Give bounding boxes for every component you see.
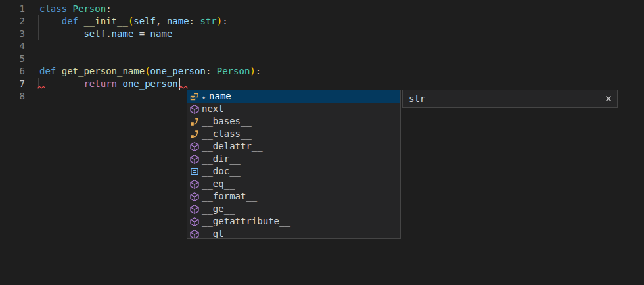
symbol-field-icon [189,91,200,102]
suggestion-item-selected[interactable]: ★name [187,90,400,103]
symbol-method-icon [189,192,200,202]
error-squiggle [37,86,45,89]
line-code: return one_person. [39,78,183,90]
autocomplete-suggest-widget: ★name next __bases__ __class__ __delattr… [187,90,401,239]
line-number: 1 [0,3,25,15]
suggestion-item[interactable]: __bases__ [187,115,400,128]
suggestion-label: __gt__ [202,228,235,239]
suggestion-label: next [202,103,224,115]
symbol-method-icon [189,104,200,115]
line-number: 5 [0,53,25,65]
suggestion-label: __doc__ [202,165,241,178]
suggestion-label: ★name [202,90,231,103]
symbol-method-icon [189,142,200,152]
line-code: def get_person_name(one_person: Person): [39,65,261,78]
symbol-text-icon [189,167,200,177]
suggestion-label: __bases__ [202,115,252,128]
code-line[interactable]: 2 def __init__(self, name: str): [0,15,644,28]
suggestion-item[interactable]: __eq__ [187,178,400,190]
symbol-class-icon [189,117,200,127]
line-number: 7 [0,78,25,90]
suggestion-item[interactable]: __ge__ [187,203,400,215]
close-icon [604,94,613,103]
line-number: 3 [0,28,25,40]
suggestion-label: __ge__ [202,203,235,215]
code-line[interactable]: 5 [0,53,644,65]
suggestion-item[interactable]: __doc__ [187,165,400,178]
line-number: 8 [0,90,25,103]
docs-title: str [409,90,425,107]
line-code: class Person: [39,3,112,15]
close-button[interactable] [604,94,613,103]
suggestion-label: __dir__ [202,153,241,165]
line-number: 4 [0,40,25,53]
suggestion-item[interactable]: __gt__ [187,228,400,239]
suggest-docs-panel: str [402,90,618,108]
suggestion-label: __delattr__ [202,140,263,153]
line-code: def __init__(self, name: str): [39,15,228,28]
line-number: 2 [0,15,25,28]
code-line[interactable]: 4 [0,40,644,53]
suggestion-item[interactable]: next [187,103,400,115]
symbol-method-icon [189,229,200,240]
intellicode-star-icon: ★ [202,93,206,101]
suggestion-label: __getattribute__ [202,215,290,228]
suggestion-label: __eq__ [202,178,235,190]
symbol-method-icon [189,179,200,190]
code-line[interactable]: 3 self.name = name [0,28,644,40]
indent-guide [38,15,39,40]
code-line[interactable]: 1 class Person: [0,3,644,15]
suggestion-item[interactable]: __dir__ [187,153,400,165]
code-line[interactable]: 6 def get_person_name(one_person: Person… [0,65,644,78]
symbol-method-icon [189,217,200,227]
suggestion-item[interactable]: __delattr__ [187,140,400,153]
symbol-class-icon [189,129,200,140]
suggestion-item[interactable]: __getattribute__ [187,215,400,228]
error-squiggle [179,86,188,89]
suggestion-item[interactable]: __class__ [187,128,400,140]
line-number: 6 [0,65,25,78]
suggestion-item[interactable]: __format__ [187,190,400,203]
suggestion-label: __class__ [202,128,252,140]
line-code: self.name = name [39,28,172,40]
symbol-method-icon [189,154,200,165]
symbol-method-icon [189,204,200,215]
code-line[interactable]: 7 return one_person. [0,78,644,90]
suggestion-label: __format__ [202,190,257,203]
